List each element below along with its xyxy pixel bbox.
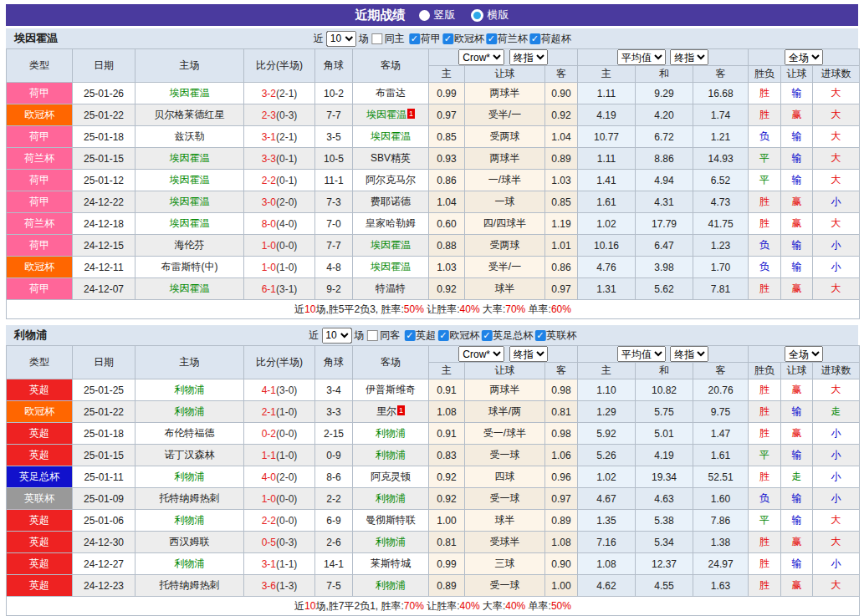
league-badge: 荷甲 <box>7 126 73 148</box>
handicap-line: 受两球 <box>465 235 545 257</box>
match-date: 25-01-22 <box>73 401 135 423</box>
away-team[interactable]: 阿尔克马尔 <box>353 170 429 191</box>
league-filter-item: ✓欧冠杯 <box>442 32 484 46</box>
away-team[interactable]: 费耶诺德 <box>353 191 429 213</box>
result-handicap: 输 <box>781 445 813 466</box>
result-handicap: 走 <box>781 466 813 488</box>
col-header-result-handicap: 让球 <box>781 66 813 83</box>
home-team[interactable]: 利物浦 <box>135 466 244 488</box>
score-cell: 2-3(0-3) <box>244 104 315 126</box>
home-team[interactable]: 利物浦 <box>135 553 244 575</box>
league-badge: 英超 <box>7 423 73 445</box>
away-team[interactable]: 埃因霍温 <box>353 235 429 257</box>
away-team[interactable]: 利物浦 <box>353 423 429 445</box>
league-checkbox[interactable]: ✓ <box>437 330 448 341</box>
scope-select[interactable]: 全场 <box>785 346 823 362</box>
final-odds-select-avg[interactable]: 终指 <box>670 346 708 362</box>
final-odds-select-avg[interactable]: 终指 <box>670 49 708 65</box>
league-checkbox[interactable]: ✓ <box>486 33 497 44</box>
result-wdl: 胜 <box>749 379 781 401</box>
away-team[interactable]: 伊普斯维奇 <box>353 379 429 401</box>
home-team[interactable]: 埃因霍温 <box>135 170 244 191</box>
match-row: 英超 24-12-23 托特纳姆热刺 3-6(1-3) 7-5 利物浦 0.89… <box>7 575 860 597</box>
away-team[interactable]: 埃因霍温 <box>353 126 429 148</box>
score-cell: 1-0(0-0) <box>244 235 315 257</box>
away-team[interactable]: 利物浦 <box>353 445 429 466</box>
home-team[interactable]: 埃因霍温 <box>135 148 244 170</box>
games-count-select[interactable]: 10 <box>326 31 356 47</box>
away-team[interactable]: 利物浦 <box>353 575 429 597</box>
home-team[interactable]: 托特纳姆热刺 <box>135 575 244 597</box>
match-row: 英超 25-01-25 利物浦 4-1(3-0) 3-4 伊普斯维奇 0.91 … <box>7 379 860 401</box>
vertical-layout-option[interactable]: 竖版 <box>419 8 456 23</box>
home-team[interactable]: 布伦特福德 <box>135 423 244 445</box>
same-venue-checkbox[interactable] <box>366 330 377 341</box>
col-header-avg-away: 客 <box>693 66 749 83</box>
league-checkbox[interactable]: ✓ <box>534 330 545 341</box>
final-odds-select-handicap[interactable]: 终指 <box>509 49 548 65</box>
home-team[interactable]: 利物浦 <box>135 401 244 423</box>
away-team[interactable]: 利物浦 <box>353 532 429 553</box>
home-team[interactable]: 埃因霍温 <box>135 83 244 104</box>
handicap-away-odds: 0.92 <box>545 104 578 126</box>
near-label: 近 <box>314 32 324 46</box>
league-badge: 荷兰杯 <box>7 148 73 170</box>
games-count-select[interactable]: 10 <box>321 328 351 344</box>
horizontal-radio-icon[interactable] <box>471 9 483 22</box>
halftime-score: (1-3) <box>276 580 297 592</box>
scope-select[interactable]: 全场 <box>785 49 823 65</box>
final-odds-select-handicap[interactable]: 终指 <box>509 346 548 362</box>
away-team[interactable]: 莱斯特城 <box>353 553 429 575</box>
col-header-away: 客场 <box>353 49 429 83</box>
home-team[interactable]: 埃因霍温 <box>135 278 244 300</box>
halftime-score: (0-3) <box>276 109 297 121</box>
away-team[interactable]: 阿克灵顿 <box>353 466 429 488</box>
halftime-score: (0-1) <box>276 175 297 186</box>
away-team[interactable]: 埃因霍温1 <box>353 104 429 126</box>
home-team[interactable]: 利物浦 <box>135 510 244 532</box>
average-select[interactable]: 平均值 <box>617 49 666 65</box>
home-team[interactable]: 兹沃勒 <box>135 126 244 148</box>
away-team[interactable]: 利物浦 <box>353 488 429 510</box>
home-team[interactable]: 托特纳姆热刺 <box>135 488 244 510</box>
avg-away-odds: 1.74 <box>693 104 749 126</box>
fulltime-score: 0-5 <box>262 537 276 548</box>
home-team[interactable]: 埃因霍温 <box>135 213 244 235</box>
league-badge: 英超 <box>7 379 73 401</box>
away-team[interactable]: 里尔1 <box>353 401 429 423</box>
bookmaker-select[interactable]: Crow* <box>458 49 504 65</box>
match-date: 25-01-09 <box>73 488 135 510</box>
away-team[interactable]: 特温特 <box>353 278 429 300</box>
vertical-radio-icon[interactable] <box>419 10 430 21</box>
home-team[interactable]: 布雷斯特(中) <box>135 257 244 278</box>
average-select[interactable]: 平均值 <box>617 346 666 362</box>
league-checkbox[interactable]: ✓ <box>404 330 415 341</box>
bookmaker-select[interactable]: Crow* <box>458 346 504 362</box>
league-checkbox[interactable]: ✓ <box>409 33 420 44</box>
home-team[interactable]: 诺丁汉森林 <box>135 445 244 466</box>
avg-away-odds: 1.61 <box>693 445 749 466</box>
away-team[interactable]: SBV精英 <box>353 148 429 170</box>
away-team[interactable]: 皇家哈勒姆 <box>353 213 429 235</box>
avg-draw-odds: 8.86 <box>636 148 693 170</box>
away-team[interactable]: 埃因霍温 <box>353 257 429 278</box>
league-checkbox-label: 欧冠杯 <box>454 32 484 46</box>
handicap-line: 两球半 <box>465 148 545 170</box>
away-team[interactable]: 布雷达 <box>353 83 429 104</box>
horizontal-layout-option[interactable]: 横版 <box>471 8 509 23</box>
handicap-home-odds: 0.92 <box>429 488 465 510</box>
home-team[interactable]: 海伦芬 <box>135 235 244 257</box>
same-venue-checkbox[interactable] <box>371 33 382 44</box>
league-checkbox[interactable]: ✓ <box>481 330 492 341</box>
away-team[interactable]: 曼彻斯特联 <box>353 510 429 532</box>
halftime-score: (3-0) <box>276 384 297 396</box>
home-team[interactable]: 埃因霍温 <box>135 191 244 213</box>
league-checkbox[interactable]: ✓ <box>442 33 453 44</box>
home-team[interactable]: 西汉姆联 <box>135 532 244 553</box>
halftime-score: (2-0) <box>276 471 297 483</box>
home-team[interactable]: 贝尔格莱德红星 <box>135 104 244 126</box>
home-team[interactable]: 利物浦 <box>135 379 244 401</box>
match-date: 25-01-25 <box>73 379 135 401</box>
league-checkbox[interactable]: ✓ <box>529 33 540 44</box>
avg-away-odds: 1.60 <box>693 488 749 510</box>
